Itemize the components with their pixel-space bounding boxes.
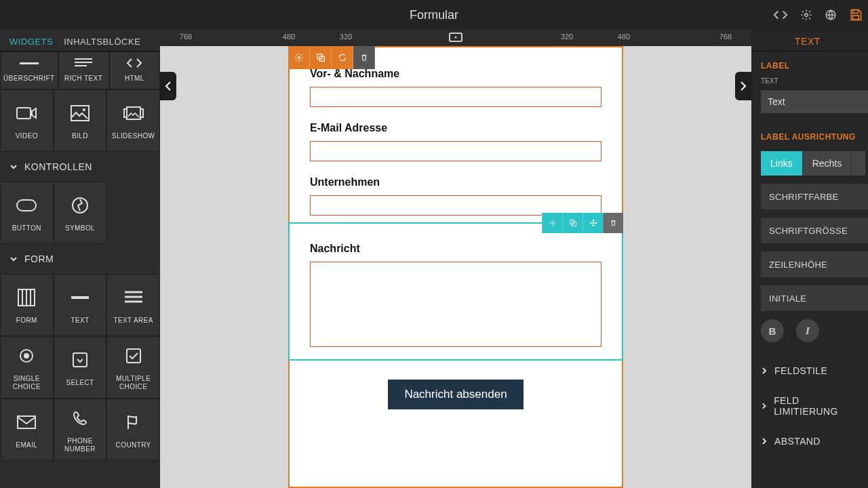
- accordion-line-height[interactable]: ZEILENHÖHE: [761, 251, 868, 277]
- save-icon[interactable]: [849, 8, 863, 22]
- widget-button[interactable]: BUTTON: [0, 182, 54, 244]
- email-input[interactable]: [310, 141, 601, 161]
- refresh-button[interactable]: [332, 46, 353, 69]
- globe-icon[interactable]: [825, 9, 837, 21]
- submit-button[interactable]: Nachricht absenden: [388, 380, 523, 409]
- field-company[interactable]: Unternehmen: [310, 176, 601, 216]
- header-icons: [773, 8, 863, 22]
- field-toolbar: [542, 213, 623, 233]
- svg-point-0: [805, 14, 808, 17]
- font-style-row: B I: [761, 319, 868, 342]
- field-label: Vor- & Nachname: [310, 68, 601, 80]
- widget-phone[interactable]: PHONE NUMBER: [54, 399, 107, 461]
- field-label: Nachricht: [310, 243, 601, 255]
- field-message-selected[interactable]: Nachricht: [288, 222, 623, 361]
- sidebar-left: WIDGETS INHALTSBLÖCKE ÜBERSCHRIFT RICH T…: [0, 30, 160, 488]
- ruler: 768 480 320 320 480 768: [160, 30, 751, 46]
- canvas: 768 480 320 320 480 768: [160, 30, 751, 488]
- align-left-button[interactable]: Links: [761, 151, 802, 176]
- field-label: E-Mail Adresse: [310, 122, 601, 134]
- submit-wrap: Nachricht absenden: [290, 380, 622, 409]
- ruler-mark: 480: [618, 33, 630, 41]
- section-field-limitation[interactable]: FELD LIMITIERUNG: [751, 386, 868, 426]
- section-field-styles[interactable]: FELDSTILE: [751, 356, 868, 386]
- next-page-button[interactable]: [735, 72, 751, 100]
- section-align: LABEL AUSRICHTUNG: [751, 123, 868, 144]
- widget-form[interactable]: FORM: [0, 274, 54, 336]
- svg-rect-9: [71, 106, 89, 121]
- svg-point-35: [551, 222, 553, 224]
- widget-text[interactable]: TEXT: [54, 274, 107, 336]
- field-delete-button[interactable]: [603, 213, 623, 233]
- widget-html[interactable]: HTML: [109, 52, 160, 89]
- name-input[interactable]: [310, 87, 601, 107]
- label-text-input[interactable]: [761, 90, 868, 113]
- align-more-button[interactable]: [851, 151, 865, 176]
- ruler-mark: 480: [283, 33, 295, 41]
- svg-point-31: [455, 37, 457, 39]
- widget-email[interactable]: EMAIL: [0, 399, 54, 461]
- widget-richtext[interactable]: RICH TEXT: [58, 52, 109, 89]
- widget-heading[interactable]: ÜBERSCHRIFT: [0, 52, 58, 89]
- code-icon[interactable]: [773, 9, 788, 20]
- widget-video[interactable]: VIDEO: [0, 89, 54, 152]
- sidebar-right: TEXT LABEL TEXT LABEL AUSRICHTUNG Links …: [751, 30, 868, 488]
- ruler-mark: 768: [180, 33, 192, 41]
- widget-textarea[interactable]: TEXT AREA: [106, 274, 160, 336]
- tab-content-blocks[interactable]: INHALTSBLÖCKE: [58, 31, 146, 51]
- form-container[interactable]: Vor- & Nachname E-Mail Adresse Unternehm…: [288, 46, 623, 488]
- canvas-body[interactable]: Vor- & Nachname E-Mail Adresse Unternehm…: [160, 46, 751, 488]
- widget-row-form3: EMAIL PHONE NUMBER COUNTRY: [0, 399, 160, 461]
- widget-image[interactable]: BILD: [54, 89, 107, 152]
- alignment-group: Links Rechts: [761, 151, 868, 176]
- tab-text[interactable]: TEXT: [795, 36, 821, 51]
- widget-row-basic: ÜBERSCHRIFT RICH TEXT HTML: [0, 52, 160, 89]
- svg-point-10: [83, 108, 85, 111]
- widget-select[interactable]: SELECT: [54, 336, 107, 399]
- svg-rect-27: [127, 349, 140, 363]
- svg-point-32: [298, 56, 300, 59]
- field-settings-button[interactable]: [542, 213, 562, 233]
- svg-rect-11: [127, 107, 140, 119]
- svg-rect-2: [853, 10, 859, 14]
- settings-button[interactable]: [288, 46, 310, 69]
- italic-button[interactable]: I: [796, 319, 819, 342]
- message-textarea[interactable]: [310, 262, 601, 347]
- widget-symbol[interactable]: SYMBOL: [54, 182, 107, 244]
- section-controls[interactable]: KONTROLLEN: [0, 152, 160, 182]
- svg-rect-12: [124, 109, 127, 117]
- widget-row-media: VIDEO BILD SLIDESHOW: [0, 89, 160, 152]
- field-email[interactable]: E-Mail Adresse: [310, 122, 601, 161]
- duplicate-button[interactable]: [310, 46, 332, 69]
- field-name[interactable]: Vor- & Nachname: [310, 68, 601, 107]
- field-move-button[interactable]: [583, 213, 603, 233]
- prev-page-button[interactable]: [160, 72, 176, 100]
- sublabel-text: TEXT: [751, 73, 868, 87]
- app-header: Formular: [0, 0, 868, 30]
- chevron-right-icon: [761, 402, 767, 410]
- form-fields: Vor- & Nachname E-Mail Adresse Unternehm…: [290, 47, 622, 216]
- right-tabs: TEXT: [751, 30, 868, 52]
- accordion-initial[interactable]: INITIALE: [761, 285, 868, 311]
- ruler-mark: 320: [561, 33, 573, 41]
- section-spacing[interactable]: ABSTAND: [751, 426, 868, 456]
- align-right-button[interactable]: Rechts: [802, 151, 852, 176]
- sidebar-tabs: WIDGETS INHALTSBLÖCKE: [0, 30, 160, 52]
- accordion-font-color[interactable]: SCHRIFTFARBE: [761, 184, 868, 209]
- main-layout: WIDGETS INHALTSBLÖCKE ÜBERSCHRIFT RICH T…: [0, 30, 868, 488]
- page-title: Formular: [410, 8, 458, 22]
- bold-button[interactable]: B: [761, 319, 784, 342]
- tab-widgets[interactable]: WIDGETS: [4, 31, 58, 51]
- widget-multiple-choice[interactable]: MULTIPLE CHOICE: [106, 336, 160, 399]
- chevron-right-icon: [761, 437, 768, 445]
- gear-icon[interactable]: [800, 9, 812, 21]
- widget-single-choice[interactable]: SINGLE CHOICE: [0, 336, 54, 399]
- widget-slideshow[interactable]: SLIDESHOW: [106, 89, 160, 152]
- accordion-font-size[interactable]: SCHRIFTGRÖSSE: [761, 218, 868, 243]
- section-form[interactable]: FORM: [0, 244, 160, 274]
- chevron-down-icon: [9, 163, 18, 171]
- field-duplicate-button[interactable]: [562, 213, 583, 233]
- widget-country[interactable]: COUNTRY: [106, 399, 160, 461]
- delete-button[interactable]: [353, 46, 375, 69]
- svg-rect-26: [73, 353, 87, 367]
